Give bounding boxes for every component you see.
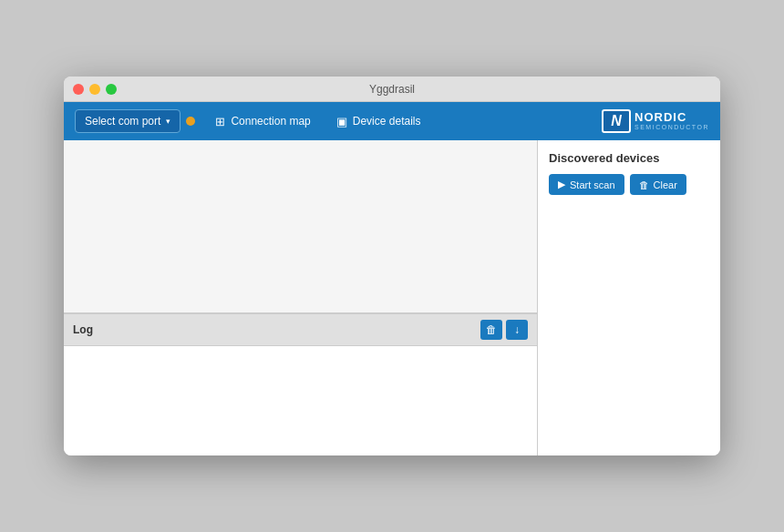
main-view-area (64, 140, 537, 313)
start-scan-label: Start scan (570, 179, 615, 190)
log-title: Log (73, 323, 93, 336)
device-details-icon: ▣ (336, 115, 347, 128)
left-panel: Log 🗑 ↓ (64, 140, 538, 455)
connection-status-dot (186, 117, 195, 126)
logo-box: N (602, 109, 631, 133)
maximize-button[interactable] (106, 84, 117, 95)
clear-button[interactable]: 🗑 Clear (630, 174, 686, 195)
select-com-port-button[interactable]: Select com port ▾ (75, 109, 181, 133)
main-content: Log 🗑 ↓ Discovered devices (64, 140, 720, 455)
brand-name: NORDIC (634, 111, 709, 124)
right-panel: Discovered devices ▶ Start scan 🗑 Clear (538, 140, 720, 455)
nordic-logo: N NORDIC SEMICONDUCTOR (602, 109, 709, 133)
minimize-button[interactable] (89, 84, 100, 95)
brand-subtitle: SEMICONDUCTOR (634, 124, 709, 131)
traffic-lights (73, 84, 117, 95)
trash-icon: 🗑 (486, 323, 497, 336)
title-bar: Yggdrasil (64, 77, 720, 102)
discovered-devices-title: Discovered devices (549, 151, 709, 165)
log-header: Log 🗑 ↓ (64, 313, 537, 346)
log-actions: 🗑 ↓ (480, 320, 528, 340)
logo-letter: N (611, 113, 622, 129)
log-section: Log 🗑 ↓ (64, 313, 537, 455)
nav-buttons: ⊞ Connection map ▣ Device details (204, 110, 431, 133)
clear-trash-icon: 🗑 (639, 179, 649, 190)
device-details-label: Device details (353, 115, 421, 128)
connection-map-label: Connection map (231, 115, 310, 128)
com-port-label: Select com port (85, 115, 160, 128)
window-title: Yggdrasil (369, 83, 415, 96)
close-button[interactable] (73, 84, 84, 95)
download-icon: ↓ (514, 323, 520, 336)
clear-label: Clear (654, 179, 677, 190)
log-clear-button[interactable]: 🗑 (480, 320, 502, 340)
discovered-actions: ▶ Start scan 🗑 Clear (549, 174, 709, 195)
log-download-button[interactable]: ↓ (506, 320, 528, 340)
chevron-down-icon: ▾ (166, 117, 170, 126)
log-body (64, 346, 537, 455)
play-icon: ▶ (558, 179, 565, 190)
start-scan-button[interactable]: ▶ Start scan (549, 174, 624, 195)
connection-map-icon: ⊞ (215, 115, 225, 128)
logo-text: NORDIC SEMICONDUCTOR (634, 111, 709, 131)
application-window: Yggdrasil Select com port ▾ ⊞ Connection… (64, 77, 720, 455)
connection-map-button[interactable]: ⊞ Connection map (204, 110, 321, 133)
toolbar: Select com port ▾ ⊞ Connection map ▣ Dev… (64, 102, 720, 140)
device-details-button[interactable]: ▣ Device details (325, 110, 432, 133)
